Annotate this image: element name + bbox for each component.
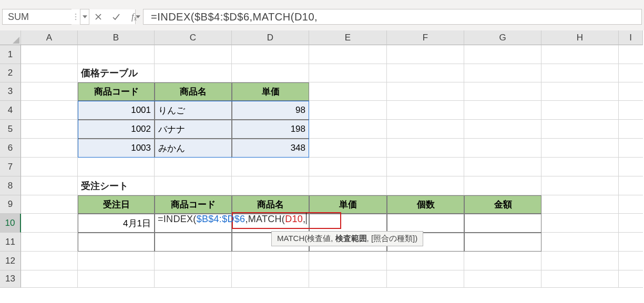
table1-cell[interactable]: 1003 xyxy=(78,139,155,158)
table1-cell[interactable]: みかん xyxy=(155,139,232,158)
cancel-formula-button[interactable] xyxy=(89,9,107,25)
cell[interactable] xyxy=(309,101,387,120)
row-header-9[interactable]: 9 xyxy=(0,195,21,214)
cell[interactable] xyxy=(464,101,541,120)
cell[interactable] xyxy=(309,120,387,139)
table1-cell[interactable]: バナナ xyxy=(155,120,232,139)
table2-header[interactable]: 金額 xyxy=(464,195,541,214)
table1-cell[interactable]: 1002 xyxy=(78,120,155,139)
table2-title[interactable]: 受注シート xyxy=(78,176,155,195)
cell[interactable] xyxy=(619,82,643,101)
cell[interactable] xyxy=(21,139,78,158)
cell[interactable] xyxy=(21,158,78,176)
cell[interactable] xyxy=(619,252,643,270)
cell[interactable] xyxy=(619,214,643,233)
cell[interactable] xyxy=(21,120,78,139)
table2-cell[interactable]: 4月1日 xyxy=(78,214,155,233)
col-header-D[interactable]: D xyxy=(232,30,309,45)
cell[interactable] xyxy=(21,64,78,82)
cell[interactable] xyxy=(232,252,309,270)
cell[interactable] xyxy=(21,101,78,120)
cell[interactable] xyxy=(309,176,387,195)
cell[interactable] xyxy=(387,45,464,64)
cell[interactable] xyxy=(541,101,619,120)
cell[interactable] xyxy=(387,64,464,82)
cell[interactable] xyxy=(541,45,619,64)
row-header-10[interactable]: 10 xyxy=(0,214,21,233)
cell[interactable] xyxy=(387,176,464,195)
cell[interactable] xyxy=(21,82,78,101)
cell[interactable] xyxy=(78,270,155,288)
cell[interactable] xyxy=(619,45,643,64)
cell[interactable] xyxy=(21,176,78,195)
cell[interactable] xyxy=(21,270,78,288)
table1-header[interactable]: 商品コード xyxy=(78,82,155,101)
cell[interactable] xyxy=(464,252,541,270)
tooltip-current-arg[interactable]: 検査範囲 xyxy=(335,234,367,243)
cell[interactable] xyxy=(619,233,643,252)
cell[interactable] xyxy=(387,82,464,101)
cell[interactable] xyxy=(541,195,619,214)
cell[interactable] xyxy=(155,158,232,176)
cell[interactable] xyxy=(541,64,619,82)
cell[interactable] xyxy=(541,252,619,270)
table2-cell[interactable] xyxy=(464,214,541,233)
cell[interactable] xyxy=(309,158,387,176)
row-header-5[interactable]: 5 xyxy=(0,120,21,139)
cell[interactable] xyxy=(309,82,387,101)
cell[interactable] xyxy=(619,270,643,288)
cell[interactable] xyxy=(21,195,78,214)
cell[interactable] xyxy=(541,233,619,252)
cell[interactable] xyxy=(464,45,541,64)
cell[interactable] xyxy=(21,214,78,233)
row-header-8[interactable]: 8 xyxy=(0,176,21,195)
row-header-6[interactable]: 6 xyxy=(0,139,21,158)
cell[interactable] xyxy=(232,158,309,176)
col-header-I[interactable]: I xyxy=(619,30,643,45)
cell[interactable] xyxy=(619,176,643,195)
row-header-7[interactable]: 7 xyxy=(0,158,21,176)
table2-cell[interactable] xyxy=(309,214,387,233)
table1-cell[interactable]: 198 xyxy=(232,120,309,139)
table2-header[interactable]: 単価 xyxy=(309,195,387,214)
table2-header[interactable]: 受注日 xyxy=(78,195,155,214)
cell[interactable] xyxy=(464,176,541,195)
row-header-12[interactable]: 12 xyxy=(0,252,21,270)
table1-header[interactable]: 単価 xyxy=(232,82,309,101)
cell[interactable] xyxy=(309,252,387,270)
table1-title[interactable]: 価格テーブル xyxy=(78,64,155,82)
function-arguments-tooltip[interactable]: MATCH(検査値, 検査範囲, [照合の種類]) xyxy=(271,231,423,246)
cell[interactable] xyxy=(309,64,387,82)
cell[interactable] xyxy=(541,214,619,233)
cell[interactable] xyxy=(387,139,464,158)
cell[interactable] xyxy=(309,45,387,64)
cell[interactable] xyxy=(155,45,232,64)
row-header-4[interactable]: 4 xyxy=(0,101,21,120)
cell[interactable] xyxy=(155,64,232,82)
cell[interactable] xyxy=(387,158,464,176)
cell[interactable] xyxy=(619,139,643,158)
cell[interactable] xyxy=(619,120,643,139)
cell[interactable] xyxy=(232,176,309,195)
cell[interactable] xyxy=(232,64,309,82)
cell[interactable] xyxy=(387,101,464,120)
confirm-formula-button[interactable] xyxy=(107,9,125,25)
cell[interactable] xyxy=(21,233,78,252)
col-header-B[interactable]: B xyxy=(78,30,155,45)
cell[interactable] xyxy=(541,270,619,288)
cell[interactable] xyxy=(541,120,619,139)
table1-cell[interactable]: 98 xyxy=(232,101,309,120)
table1-cell[interactable]: 348 xyxy=(232,139,309,158)
col-header-C[interactable]: C xyxy=(155,30,232,45)
cell[interactable] xyxy=(464,120,541,139)
cell[interactable] xyxy=(155,270,232,288)
table2-header[interactable]: 商品コード xyxy=(155,195,232,214)
col-header-F[interactable]: F xyxy=(387,30,464,45)
col-header-A[interactable]: A xyxy=(21,30,78,45)
col-header-H[interactable]: H xyxy=(541,30,619,45)
cell[interactable] xyxy=(541,176,619,195)
col-header-E[interactable]: E xyxy=(309,30,387,45)
cell[interactable] xyxy=(464,158,541,176)
formula-input[interactable]: =INDEX($B$4:$D$6,MATCH(D10, xyxy=(143,9,642,25)
cell[interactable] xyxy=(309,270,387,288)
